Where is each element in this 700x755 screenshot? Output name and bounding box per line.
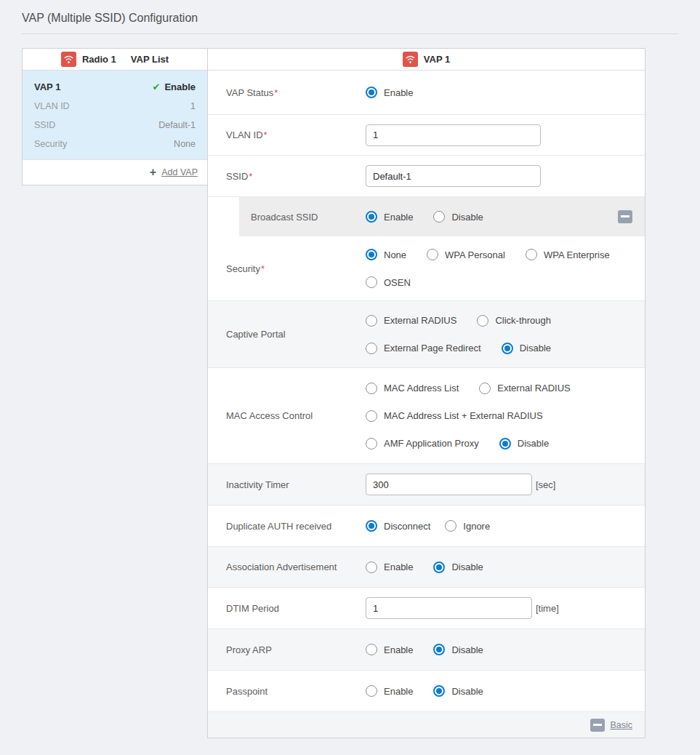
collapse-broadcast-minus-button[interactable] — [618, 210, 632, 223]
plus-icon: + — [150, 167, 156, 178]
radio-duplicate-auth-disconnect[interactable]: Disconnect — [366, 520, 430, 532]
add-vap-label[interactable]: Add VAP — [161, 167, 198, 177]
radio-icon[interactable] — [366, 685, 377, 697]
captive-portal-label: Captive Portal — [208, 329, 366, 340]
radio-icon[interactable] — [366, 249, 377, 260]
radio-icon[interactable] — [433, 644, 445, 655]
vap-list-item[interactable]: VAP 1 ✔ Enable VLAN ID 1 SSID Default-1 … — [23, 71, 207, 159]
radio-icon[interactable] — [366, 562, 377, 573]
radio-security-wpa-enterprise[interactable]: WPA Enterprise — [526, 249, 610, 260]
radio-passpoint-enable[interactable]: Enable — [366, 685, 413, 697]
radio-icon[interactable] — [366, 87, 377, 98]
radio1-wifi-icon — [61, 52, 76, 67]
radio-icon[interactable] — [427, 249, 438, 260]
radio-captive-click-through[interactable]: Click-through — [477, 315, 551, 327]
radio-security-none[interactable]: None — [366, 249, 406, 260]
radio-broadcast-enable[interactable]: Enable — [366, 211, 413, 223]
row-dtim-period: DTIM Period [time] — [208, 587, 645, 628]
collapse-basic-minus-button[interactable] — [590, 719, 605, 732]
inactivity-timer-label: Inactivity Timer — [208, 479, 366, 490]
vap-field-value: Default-1 — [158, 120, 196, 130]
radio-icon[interactable] — [445, 520, 456, 532]
ssid-controls — [366, 156, 645, 196]
vap-card-top: VAP 1 ✔ Enable — [34, 81, 196, 92]
row-captive-portal: Captive Portal External RADIUS Click-thr… — [208, 300, 645, 367]
radio-icon[interactable] — [479, 383, 491, 394]
radio-icon[interactable] — [502, 343, 513, 354]
radio-proxy-arp-enable[interactable]: Enable — [366, 644, 413, 655]
radio-icon[interactable] — [499, 438, 511, 450]
inactivity-timer-controls: [sec] — [366, 465, 645, 504]
radio-proxy-arp-disable[interactable]: Disable — [433, 644, 483, 655]
radio-mac-amf-application-proxy[interactable]: AMF Application Proxy — [366, 438, 479, 450]
radio-icon[interactable] — [433, 685, 445, 697]
passpoint-label: Passpoint — [208, 686, 366, 697]
row-passpoint: Passpoint Enable Disable — [208, 670, 645, 711]
radio-association-enable[interactable]: Enable — [366, 562, 413, 573]
radio-icon[interactable] — [366, 438, 377, 450]
radio-icon[interactable] — [366, 520, 377, 532]
vap1-wifi-icon — [403, 52, 418, 67]
radio-mac-disable[interactable]: Disable — [499, 438, 549, 450]
inactivity-timer-input[interactable] — [366, 474, 532, 495]
row-mac-access-control: MAC Access Control MAC Address List Exte… — [208, 367, 645, 463]
radio-security-osen[interactable]: OSEN — [366, 276, 411, 288]
vap-field-label: VLAN ID — [34, 101, 70, 111]
radio-passpoint-disable[interactable]: Disable — [433, 685, 483, 697]
dtim-period-unit: [time] — [536, 603, 559, 614]
radio-icon[interactable] — [433, 562, 445, 573]
vap-list-panel: Radio 1 VAP List VAP 1 ✔ Enable VLAN ID … — [22, 48, 207, 185]
inactivity-timer-unit: [sec] — [536, 479, 555, 490]
basic-link[interactable]: Basic — [610, 720, 632, 730]
radio-icon[interactable] — [366, 343, 377, 354]
vap-config-title: VAP 1 — [424, 54, 450, 65]
passpoint-controls: Enable Disable — [366, 676, 645, 706]
radio-icon[interactable] — [526, 249, 537, 260]
radio-mac-external-radius[interactable]: External RADIUS — [479, 383, 570, 394]
radio-captive-external-radius[interactable]: External RADIUS — [366, 315, 456, 327]
title-divider — [22, 33, 678, 34]
radio-icon[interactable] — [366, 276, 377, 288]
radio-icon[interactable] — [366, 644, 377, 655]
radio-icon[interactable] — [366, 315, 377, 327]
vap-config-panel: VAP 1 VAP Status* Enable VLAN ID* — [207, 48, 645, 738]
ssid-input[interactable] — [366, 165, 541, 187]
ssid-label: SSID* — [208, 171, 366, 182]
vap-config-header: VAP 1 — [208, 49, 645, 71]
radio-vap-status-enable[interactable]: Enable — [366, 87, 413, 98]
vap-field-row: Security None — [34, 139, 196, 149]
vlan-id-input[interactable] — [366, 124, 541, 146]
radio-icon[interactable] — [366, 410, 377, 422]
radio-icon[interactable] — [366, 383, 377, 394]
radio-icon[interactable] — [433, 211, 445, 223]
vap-field-row: VLAN ID 1 — [34, 101, 196, 111]
radio1-label: Radio 1 — [82, 54, 116, 65]
required-marker: * — [274, 87, 278, 98]
add-vap-button[interactable]: + Add VAP — [23, 159, 207, 185]
content-area: Radio 1 VAP List VAP 1 ✔ Enable VLAN ID … — [22, 48, 678, 738]
row-proxy-arp: Proxy ARP Enable Disable — [208, 628, 645, 670]
radio-mac-address-list[interactable]: MAC Address List — [366, 383, 459, 394]
dtim-period-label: DTIM Period — [208, 603, 366, 614]
row-vap-status: VAP Status* Enable — [208, 71, 645, 114]
vap-status-controls: Enable — [366, 78, 645, 107]
radio-icon[interactable] — [366, 211, 377, 223]
radio-association-disable[interactable]: Disable — [433, 562, 483, 573]
radio-duplicate-auth-ignore[interactable]: Ignore — [445, 520, 490, 532]
broadcast-ssid-body: Broadcast SSID Enable Disable — [239, 197, 645, 236]
vap-field-label: Security — [34, 139, 67, 149]
security-label: Security* — [208, 263, 366, 274]
proxy-arp-controls: Enable Disable — [366, 635, 645, 664]
radio-captive-external-page-redirect[interactable]: External Page Redirect — [366, 343, 481, 354]
dtim-period-controls: [time] — [366, 588, 645, 628]
radio-captive-disable[interactable]: Disable — [502, 343, 551, 354]
radio-broadcast-disable[interactable]: Disable — [433, 211, 483, 223]
radio-mac-list-plus-external-radius[interactable]: MAC Address List + External RADIUS — [366, 410, 543, 422]
radio-icon[interactable] — [477, 315, 488, 327]
row-duplicate-auth: Duplicate AUTH received Disconnect Ignor… — [208, 505, 645, 546]
radio-security-wpa-personal[interactable]: WPA Personal — [427, 249, 505, 260]
duplicate-auth-controls: Disconnect Ignore — [366, 511, 645, 540]
mac-access-control-label: MAC Access Control — [208, 410, 366, 421]
page-title: VAP (Multiple SSID) Configuration — [0, 0, 700, 25]
dtim-period-input[interactable] — [366, 597, 532, 619]
